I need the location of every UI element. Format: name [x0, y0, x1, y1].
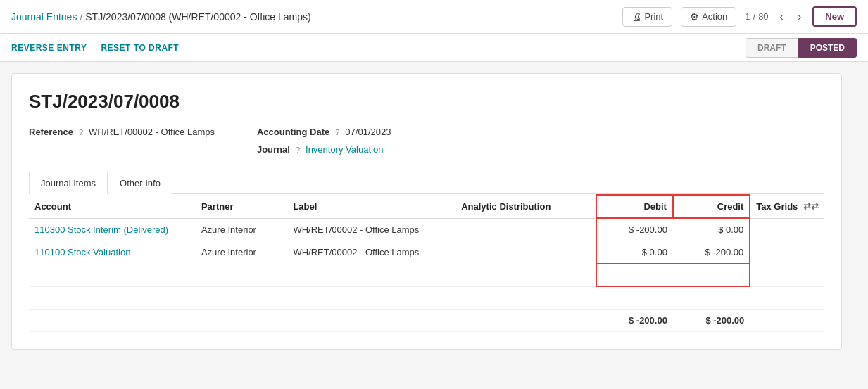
col-tax-grids: Tax Grids ⇄: [750, 195, 824, 218]
nav-prev-button[interactable]: ‹: [777, 9, 786, 25]
nav-info: 1 / 80: [745, 11, 768, 22]
col-analytic: Analytic Distribution: [455, 195, 596, 218]
new-button[interactable]: New: [812, 6, 857, 27]
account-link[interactable]: 110300 Stock Interim (Delivered): [34, 224, 168, 235]
top-bar: Journal Entries / STJ/2023/07/0008 (WH/R…: [0, 0, 868, 34]
nav-current: 1: [745, 11, 750, 22]
cell-credit: $ -200.00: [673, 241, 750, 264]
reference-help-icon: ?: [79, 128, 83, 136]
breadcrumb-current: STJ/2023/07/0008 (WH/RET/00002 - Office …: [85, 11, 310, 23]
cell-partner: Azure Interior: [196, 241, 287, 264]
breadcrumb-separator: /: [80, 11, 82, 23]
document-title: STJ/2023/07/0008: [29, 91, 824, 113]
document-card: STJ/2023/07/0008 Reference ? WH/RET/0000…: [11, 73, 842, 350]
account-link[interactable]: 110100 Stock Valuation: [34, 247, 130, 257]
fields-grid: Reference ? WH/RET/00002 - Office Lamps …: [29, 127, 824, 155]
action-button[interactable]: Action: [681, 7, 736, 27]
tabs: Journal Items Other Info: [29, 172, 824, 194]
reference-value: WH/RET/00002 - Office Lamps: [89, 127, 215, 137]
journal-label: Journal: [257, 144, 290, 155]
print-icon: [631, 11, 641, 23]
accounting-date-value: 07/01/2023: [345, 127, 391, 137]
nav-next-button[interactable]: ›: [795, 9, 804, 25]
col-label: Label: [287, 195, 455, 218]
breadcrumb: Journal Entries / STJ/2023/07/0008 (WH/R…: [11, 11, 311, 23]
reverse-entry-button[interactable]: REVERSE ENTRY: [11, 43, 87, 53]
table-row: 110300 Stock Interim (Delivered)Azure In…: [29, 218, 824, 241]
journal-row: Journal ? Inventory Valuation: [257, 144, 391, 155]
cell-analytic: [455, 218, 596, 241]
status-draft-button[interactable]: DRAFT: [746, 38, 798, 58]
cell-analytic: [455, 241, 596, 264]
cell-account: 110300 Stock Interim (Delivered): [29, 218, 196, 241]
top-actions: Print Action 1 / 80 ‹ › New: [622, 6, 857, 27]
status-posted-button[interactable]: POSTED: [798, 38, 857, 58]
cell-credit: $ 0.00: [673, 218, 750, 241]
journal-help-icon: ?: [296, 146, 300, 154]
breadcrumb-journal-entries[interactable]: Journal Entries: [11, 11, 77, 23]
col-credit: Credit: [673, 195, 750, 218]
settings-icon[interactable]: ⇄: [803, 201, 819, 212]
action-links: REVERSE ENTRY RESET TO DRAFT: [11, 43, 179, 53]
gear-icon: [690, 11, 699, 23]
fields-left: Reference ? WH/RET/00002 - Office Lamps: [29, 127, 215, 155]
accounting-date-row: Accounting Date ? 07/01/2023: [257, 127, 391, 137]
tab-journal-items[interactable]: Journal Items: [29, 172, 108, 194]
print-label: Print: [644, 11, 663, 22]
tab-other-info[interactable]: Other Info: [108, 172, 172, 194]
main-content: STJ/2023/07/0008 Reference ? WH/RET/0000…: [0, 62, 868, 361]
action-label: Action: [702, 11, 727, 22]
accounting-date-help-icon: ?: [335, 128, 339, 136]
reference-row: Reference ? WH/RET/00002 - Office Lamps: [29, 127, 215, 137]
journal-value[interactable]: Inventory Valuation: [306, 144, 383, 155]
col-account: Account: [29, 195, 196, 218]
reference-label: Reference: [29, 127, 73, 137]
cell-account: 110100 Stock Valuation: [29, 241, 196, 264]
cell-tax-grids: [750, 218, 824, 241]
accounting-date-label: Accounting Date: [257, 127, 329, 137]
nav-total: 80: [758, 11, 768, 22]
cell-label: WH/RET/00002 - Office Lamps: [287, 241, 455, 264]
journal-table: Account Partner Label Analytic Distribut…: [29, 194, 824, 332]
print-button[interactable]: Print: [622, 7, 672, 27]
fields-right: Accounting Date ? 07/01/2023 Journal ? I…: [257, 127, 391, 155]
table-row: 110100 Stock ValuationAzure InteriorWH/R…: [29, 241, 824, 264]
cell-partner: Azure Interior: [196, 218, 287, 241]
col-debit: Debit: [596, 195, 673, 218]
reset-to-draft-button[interactable]: RESET TO DRAFT: [101, 43, 179, 53]
status-buttons: DRAFT POSTED: [746, 38, 857, 58]
col-partner: Partner: [196, 195, 287, 218]
cell-debit: $ -200.00: [596, 218, 673, 241]
action-bar: REVERSE ENTRY RESET TO DRAFT DRAFT POSTE…: [0, 34, 868, 62]
cell-tax-grids: [750, 241, 824, 264]
cell-debit: $ 0.00: [596, 241, 673, 264]
cell-label: WH/RET/00002 - Office Lamps: [287, 218, 455, 241]
